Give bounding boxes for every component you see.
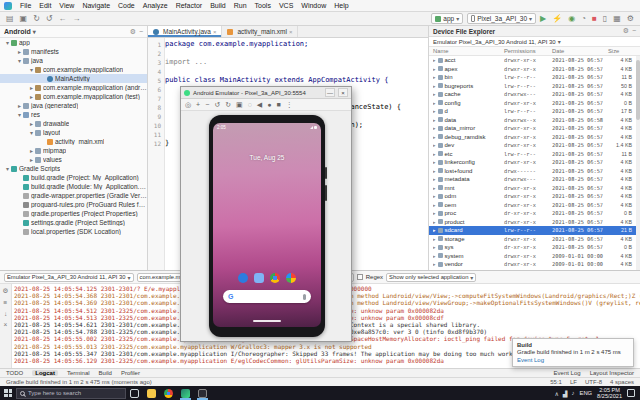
close-icon[interactable] xyxy=(289,28,293,35)
tree-expand-icon[interactable] xyxy=(433,74,436,80)
project-tree-item[interactable]: ▾ res xyxy=(0,110,147,119)
tree-expand-icon[interactable] xyxy=(433,168,436,174)
tray-chevron-icon[interactable]: ∧ xyxy=(555,390,559,397)
tool-window-tab[interactable]: Terminal xyxy=(67,370,90,376)
code-text[interactable]: public class MainActivity extends AppCom… xyxy=(165,76,388,85)
tree-expand-icon[interactable] xyxy=(433,142,436,148)
stop-button[interactable]: ■ xyxy=(592,14,597,23)
tree-expand-icon[interactable]: ▸ xyxy=(28,84,35,91)
code-text[interactable]: import ... xyxy=(165,58,207,67)
file-row[interactable]: debug_ramdisk drwxr-xr-x 2021-08-25 06:5… xyxy=(429,133,640,142)
tree-expand-icon[interactable] xyxy=(433,66,436,72)
file-row[interactable]: oem drwxr-xr-x 2021-08-25 06:57 4 KB xyxy=(429,201,640,210)
open-project-icon[interactable]: ▤ xyxy=(6,14,14,23)
file-row[interactable]: bin lrw-r--r-- 2021-08-25 06:57 11 B xyxy=(429,73,640,82)
status-widget[interactable]: UTF-8 xyxy=(585,379,602,385)
tool-window-tab[interactable]: Logcat xyxy=(32,370,58,376)
apply-changes-icon[interactable]: ⚡ xyxy=(552,14,562,23)
tree-expand-icon[interactable]: ▾ xyxy=(16,57,23,64)
column-header[interactable]: Permissions xyxy=(504,48,552,54)
gesture-bar[interactable] xyxy=(253,320,281,322)
column-header[interactable]: Name xyxy=(433,48,504,54)
profiler-button[interactable]: ◔ xyxy=(581,14,586,23)
start-button[interactable] xyxy=(0,386,16,400)
volume-icon[interactable]: ♪ xyxy=(572,390,575,397)
file-row[interactable]: mnt drwxr-xr-x 2021-08-25 06:57 4 KB xyxy=(429,184,640,193)
photos-app-icon[interactable] xyxy=(286,273,296,283)
back-icon[interactable]: ◀ xyxy=(257,101,262,108)
event-log-link[interactable]: Event Log xyxy=(517,357,629,363)
file-row[interactable]: system drwxr-xr-x 2009-01-01 00:00 4 KB xyxy=(429,252,640,261)
device-selector-combo[interactable]: Pixel_3a_API_30 xyxy=(467,13,536,24)
emulator-title-bar[interactable]: Android Emulator - Pixel_3a_API_30:5554 … xyxy=(181,87,351,99)
code-text[interactable]: } xyxy=(165,139,169,148)
sdk-manager-icon[interactable]: ▦ xyxy=(613,14,621,23)
file-row[interactable]: lost+found drwx------ 2021-08-25 06:57 4… xyxy=(429,167,640,176)
tree-expand-icon[interactable] xyxy=(433,210,436,216)
soft-wrap-icon[interactable]: ≡ xyxy=(4,299,8,306)
file-row[interactable]: apex drwxr-xr-x 2021-08-25 06:57 4 KB xyxy=(429,65,640,74)
forward-icon[interactable]: → xyxy=(73,14,81,23)
file-row[interactable]: etc lrw-r--r-- 2021-08-25 06:57 11 B xyxy=(429,150,640,159)
project-tree-item[interactable]: ▸ manifests xyxy=(0,47,147,56)
language-indicator[interactable]: ENG xyxy=(580,390,593,396)
project-tree-item[interactable]: ▸ drawable xyxy=(0,119,147,128)
project-tree-item[interactable]: build.gradle (Project: My_Application) xyxy=(0,173,147,182)
clock[interactable]: 2:05 PM 8/25/2021 xyxy=(597,387,622,400)
google-search-bar[interactable]: G xyxy=(223,290,311,303)
tree-expand-icon[interactable]: ▾ xyxy=(4,39,11,46)
zoom-icon[interactable]: ◌ xyxy=(248,101,252,108)
settings-gear-icon[interactable]: ⚙ xyxy=(623,27,629,35)
debug-button[interactable]: ◉ xyxy=(568,14,575,23)
mic-icon[interactable] xyxy=(303,294,306,300)
tree-expand-icon[interactable] xyxy=(433,91,436,97)
status-widget[interactable]: LF xyxy=(570,379,577,385)
tool-window-tab[interactable]: Profiler xyxy=(121,370,140,376)
scrollbar[interactable] xyxy=(636,56,640,270)
tree-expand-icon[interactable]: ▸ xyxy=(16,48,23,55)
overview-icon[interactable]: ■ xyxy=(276,101,280,108)
file-row[interactable]: vendor drwxr-xr-x 2009-01-01 00:00 4 KB xyxy=(429,260,640,269)
browser-icon[interactable] xyxy=(160,386,177,400)
minimize-icon[interactable]: − xyxy=(632,27,636,35)
close-icon[interactable] xyxy=(213,28,217,35)
code-text[interactable]: package com.example.myapplication; xyxy=(165,40,308,49)
logcat-device-combo[interactable]: Emulator Pixel_3a_API_30 Android 11, API… xyxy=(4,273,134,282)
file-row[interactable]: proc dr-xr-xr-x 2021-08-25 06:57 0 B xyxy=(429,209,640,218)
project-tree-item[interactable]: gradle.properties (Project Properties) xyxy=(0,209,147,218)
tree-expand-icon[interactable]: ▾ xyxy=(16,111,23,118)
device-dropdown[interactable]: Emulator Pixel_3a_API_30 Android 11, API… xyxy=(429,37,640,47)
tree-expand-icon[interactable] xyxy=(433,202,436,208)
logcat-filter-combo[interactable]: Show only selected application xyxy=(386,273,476,282)
menu-item[interactable]: Tools xyxy=(251,2,275,9)
editor-tab[interactable]: MainActivity.java xyxy=(148,26,222,37)
logcat-settings-icon[interactable]: ⚙ xyxy=(3,287,9,295)
tree-expand-icon[interactable] xyxy=(433,185,436,191)
tree-expand-icon[interactable] xyxy=(433,57,436,63)
network-icon[interactable]: ▟ xyxy=(563,390,568,397)
run-config-combo[interactable]: app xyxy=(431,13,463,24)
file-row[interactable]: linkerconfig drwxr-xr-x 2021-08-25 06:57… xyxy=(429,158,640,167)
project-tree-item[interactable]: ▾ com.example.myapplication xyxy=(0,65,147,74)
menu-item[interactable]: Help xyxy=(330,2,352,9)
menu-item[interactable]: Window xyxy=(297,2,330,9)
menu-item[interactable]: Refactor xyxy=(172,2,206,9)
emulator-app-icon[interactable] xyxy=(194,386,211,400)
tree-expand-icon[interactable] xyxy=(433,244,436,250)
tool-window-tab[interactable]: TODO xyxy=(6,370,23,376)
file-row[interactable]: metadata drwxrwx--- 2021-08-25 06:57 4 K… xyxy=(429,175,640,184)
file-row[interactable]: bugreports lrw-r--r-- 2021-08-25 06:57 5… xyxy=(429,82,640,91)
project-tree-item[interactable]: settings.gradle (Project Settings) xyxy=(0,218,147,227)
action-center-icon[interactable] xyxy=(627,389,635,397)
scrollbar-thumb[interactable] xyxy=(636,60,640,120)
editor-tab[interactable]: activity_main.xml xyxy=(222,26,298,37)
menu-item[interactable]: Navigate xyxy=(78,2,114,9)
file-row[interactable]: data drwxrwx--x 2021-08-25 06:58 4 KB xyxy=(429,116,640,125)
tree-expand-icon[interactable] xyxy=(433,219,436,225)
project-tree-item[interactable]: MainActivity xyxy=(0,74,147,83)
file-row[interactable]: sys dr-xr-xr-x 2021-08-25 06:57 0 B xyxy=(429,243,640,252)
menu-item[interactable]: Code xyxy=(114,2,139,9)
save-all-icon[interactable]: ▣ xyxy=(20,14,28,23)
rotate-right-icon[interactable]: ↻ xyxy=(225,101,231,108)
file-row[interactable]: cache drwxrwx--- 2021-08-25 06:57 4 KB xyxy=(429,90,640,99)
